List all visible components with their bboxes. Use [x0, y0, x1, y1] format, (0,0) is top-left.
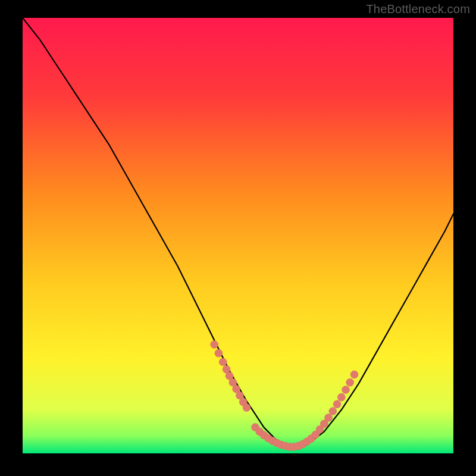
curve-dot: [325, 414, 333, 422]
curve-dot: [342, 386, 350, 394]
curve-dot: [333, 400, 341, 408]
curve-dot: [243, 404, 250, 412]
chart-svg: [0, 0, 476, 476]
curve-dot: [346, 378, 354, 386]
curve-dot: [215, 349, 223, 357]
curve-dot: [219, 358, 227, 366]
curve-dot: [337, 393, 345, 401]
curve-dot: [329, 408, 337, 415]
watermark-text: TheBottleneck.com: [366, 2, 470, 16]
curve-dot: [350, 371, 358, 378]
chart-stage: TheBottleneck.com: [0, 0, 476, 476]
curve-dot: [211, 341, 218, 349]
